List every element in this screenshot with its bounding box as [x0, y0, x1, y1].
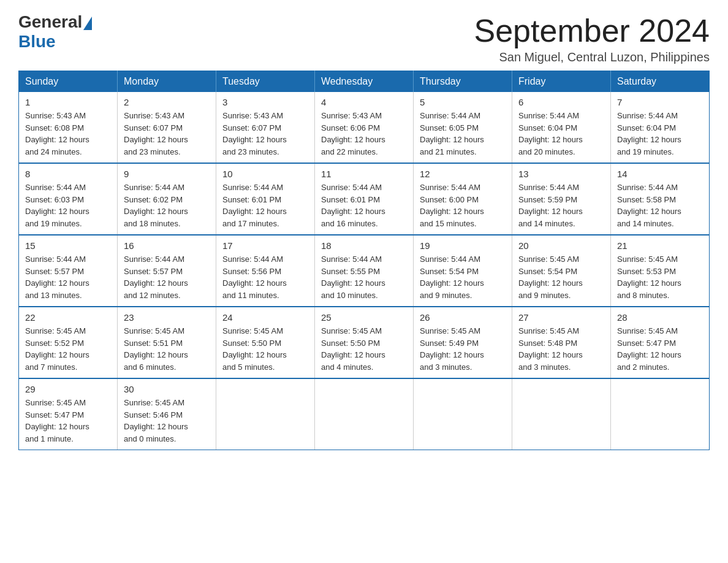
- calendar-cell: 4 Sunrise: 5:43 AM Sunset: 6:06 PM Dayli…: [315, 92, 414, 163]
- calendar-cell: 21 Sunrise: 5:45 AM Sunset: 5:53 PM Dayl…: [611, 235, 710, 307]
- calendar-cell: 13 Sunrise: 5:44 AM Sunset: 5:59 PM Dayl…: [512, 163, 611, 235]
- day-info: Sunrise: 5:45 AM Sunset: 5:50 PM Dayligh…: [321, 325, 407, 373]
- weekday-header-monday: Monday: [118, 71, 216, 93]
- day-number: 7: [617, 97, 703, 107]
- day-info: Sunrise: 5:44 AM Sunset: 6:03 PM Dayligh…: [25, 182, 111, 229]
- weekday-header-row: SundayMondayTuesdayWednesdayThursdayFrid…: [19, 71, 710, 93]
- calendar-table: SundayMondayTuesdayWednesdayThursdayFrid…: [18, 71, 710, 450]
- weekday-header-sunday: Sunday: [19, 71, 118, 93]
- calendar-cell: 20 Sunrise: 5:45 AM Sunset: 5:54 PM Dayl…: [512, 235, 611, 307]
- logo: General Blue: [18, 12, 92, 52]
- day-info: Sunrise: 5:43 AM Sunset: 6:07 PM Dayligh…: [222, 110, 308, 158]
- calendar-cell: [414, 378, 512, 450]
- calendar-cell: 27 Sunrise: 5:45 AM Sunset: 5:48 PM Dayl…: [512, 307, 611, 378]
- calendar-cell: 29 Sunrise: 5:45 AM Sunset: 5:47 PM Dayl…: [19, 378, 118, 450]
- day-info: Sunrise: 5:43 AM Sunset: 6:08 PM Dayligh…: [25, 110, 111, 158]
- day-number: 26: [420, 312, 506, 323]
- day-info: Sunrise: 5:44 AM Sunset: 5:58 PM Dayligh…: [617, 182, 703, 229]
- day-number: 4: [321, 97, 407, 107]
- day-number: 18: [321, 240, 407, 251]
- logo-general-text: General: [18, 12, 82, 32]
- day-info: Sunrise: 5:44 AM Sunset: 6:02 PM Dayligh…: [124, 182, 210, 229]
- day-info: Sunrise: 5:44 AM Sunset: 5:56 PM Dayligh…: [222, 253, 308, 301]
- day-number: 21: [617, 240, 703, 251]
- calendar-cell: 16 Sunrise: 5:44 AM Sunset: 5:57 PM Dayl…: [118, 235, 216, 307]
- day-number: 1: [25, 97, 111, 107]
- day-number: 23: [124, 312, 210, 323]
- calendar-cell: 8 Sunrise: 5:44 AM Sunset: 6:03 PM Dayli…: [19, 163, 118, 235]
- calendar-cell: 10 Sunrise: 5:44 AM Sunset: 6:01 PM Dayl…: [216, 163, 315, 235]
- day-info: Sunrise: 5:45 AM Sunset: 5:47 PM Dayligh…: [617, 325, 703, 373]
- day-info: Sunrise: 5:45 AM Sunset: 5:51 PM Dayligh…: [124, 325, 210, 373]
- day-number: 8: [25, 169, 111, 179]
- calendar-cell: 19 Sunrise: 5:44 AM Sunset: 5:54 PM Dayl…: [414, 235, 512, 307]
- calendar-cell: 22 Sunrise: 5:45 AM Sunset: 5:52 PM Dayl…: [19, 307, 118, 378]
- day-number: 12: [420, 169, 506, 179]
- weekday-header-friday: Friday: [512, 71, 611, 93]
- day-number: 15: [25, 240, 111, 251]
- calendar-cell: [611, 378, 710, 450]
- day-number: 29: [25, 384, 111, 394]
- day-info: Sunrise: 5:43 AM Sunset: 6:07 PM Dayligh…: [124, 110, 210, 158]
- day-number: 11: [321, 169, 407, 179]
- calendar-week-row: 1 Sunrise: 5:43 AM Sunset: 6:08 PM Dayli…: [19, 92, 710, 163]
- weekday-header-saturday: Saturday: [611, 71, 710, 93]
- calendar-cell: 23 Sunrise: 5:45 AM Sunset: 5:51 PM Dayl…: [118, 307, 216, 378]
- day-info: Sunrise: 5:44 AM Sunset: 5:55 PM Dayligh…: [321, 253, 407, 301]
- day-info: Sunrise: 5:44 AM Sunset: 6:05 PM Dayligh…: [420, 110, 506, 158]
- day-number: 16: [124, 240, 210, 251]
- day-info: Sunrise: 5:45 AM Sunset: 5:47 PM Dayligh…: [25, 397, 111, 445]
- day-info: Sunrise: 5:45 AM Sunset: 5:52 PM Dayligh…: [25, 325, 111, 373]
- day-number: 22: [25, 312, 111, 323]
- calendar-week-row: 29 Sunrise: 5:45 AM Sunset: 5:47 PM Dayl…: [19, 378, 710, 450]
- day-number: 19: [420, 240, 506, 251]
- calendar-cell: 14 Sunrise: 5:44 AM Sunset: 5:58 PM Dayl…: [611, 163, 710, 235]
- day-number: 14: [617, 169, 703, 179]
- calendar-cell: 28 Sunrise: 5:45 AM Sunset: 5:47 PM Dayl…: [611, 307, 710, 378]
- day-info: Sunrise: 5:45 AM Sunset: 5:48 PM Dayligh…: [518, 325, 604, 373]
- calendar-cell: 9 Sunrise: 5:44 AM Sunset: 6:02 PM Dayli…: [118, 163, 216, 235]
- month-title: September 2024: [474, 12, 710, 49]
- calendar-cell: 5 Sunrise: 5:44 AM Sunset: 6:05 PM Dayli…: [414, 92, 512, 163]
- location-subtitle: San Miguel, Central Luzon, Philippines: [474, 50, 710, 64]
- calendar-cell: 2 Sunrise: 5:43 AM Sunset: 6:07 PM Dayli…: [118, 92, 216, 163]
- day-info: Sunrise: 5:44 AM Sunset: 6:00 PM Dayligh…: [420, 182, 506, 229]
- day-number: 28: [617, 312, 703, 323]
- day-number: 17: [222, 240, 308, 251]
- day-info: Sunrise: 5:45 AM Sunset: 5:54 PM Dayligh…: [518, 253, 604, 301]
- day-number: 27: [518, 312, 604, 323]
- calendar-cell: 18 Sunrise: 5:44 AM Sunset: 5:55 PM Dayl…: [315, 235, 414, 307]
- day-number: 20: [518, 240, 604, 251]
- calendar-cell: [315, 378, 414, 450]
- day-info: Sunrise: 5:45 AM Sunset: 5:46 PM Dayligh…: [124, 397, 210, 445]
- day-info: Sunrise: 5:45 AM Sunset: 5:53 PM Dayligh…: [617, 253, 703, 301]
- calendar-week-row: 15 Sunrise: 5:44 AM Sunset: 5:57 PM Dayl…: [19, 235, 710, 307]
- day-number: 6: [518, 97, 604, 107]
- day-info: Sunrise: 5:44 AM Sunset: 5:59 PM Dayligh…: [518, 182, 604, 229]
- calendar-cell: [216, 378, 315, 450]
- title-area: September 2024 San Miguel, Central Luzon…: [474, 12, 710, 64]
- calendar-cell: [512, 378, 611, 450]
- day-number: 5: [420, 97, 506, 107]
- calendar-cell: 30 Sunrise: 5:45 AM Sunset: 5:46 PM Dayl…: [118, 378, 216, 450]
- weekday-header-tuesday: Tuesday: [216, 71, 315, 93]
- day-info: Sunrise: 5:43 AM Sunset: 6:06 PM Dayligh…: [321, 110, 407, 158]
- calendar-cell: 17 Sunrise: 5:44 AM Sunset: 5:56 PM Dayl…: [216, 235, 315, 307]
- day-number: 30: [124, 384, 210, 394]
- calendar-cell: 24 Sunrise: 5:45 AM Sunset: 5:50 PM Dayl…: [216, 307, 315, 378]
- day-number: 3: [222, 97, 308, 107]
- logo-blue-text: Blue: [18, 32, 56, 52]
- calendar-cell: 11 Sunrise: 5:44 AM Sunset: 6:01 PM Dayl…: [315, 163, 414, 235]
- day-info: Sunrise: 5:44 AM Sunset: 6:04 PM Dayligh…: [518, 110, 604, 158]
- header: General Blue September 2024 San Miguel, …: [18, 12, 710, 64]
- day-info: Sunrise: 5:44 AM Sunset: 6:04 PM Dayligh…: [617, 110, 703, 158]
- calendar-cell: 25 Sunrise: 5:45 AM Sunset: 5:50 PM Dayl…: [315, 307, 414, 378]
- day-number: 24: [222, 312, 308, 323]
- calendar-cell: 6 Sunrise: 5:44 AM Sunset: 6:04 PM Dayli…: [512, 92, 611, 163]
- calendar-week-row: 22 Sunrise: 5:45 AM Sunset: 5:52 PM Dayl…: [19, 307, 710, 378]
- day-number: 25: [321, 312, 407, 323]
- day-number: 9: [124, 169, 210, 179]
- day-info: Sunrise: 5:44 AM Sunset: 5:54 PM Dayligh…: [420, 253, 506, 301]
- day-number: 13: [518, 169, 604, 179]
- day-info: Sunrise: 5:44 AM Sunset: 5:57 PM Dayligh…: [124, 253, 210, 301]
